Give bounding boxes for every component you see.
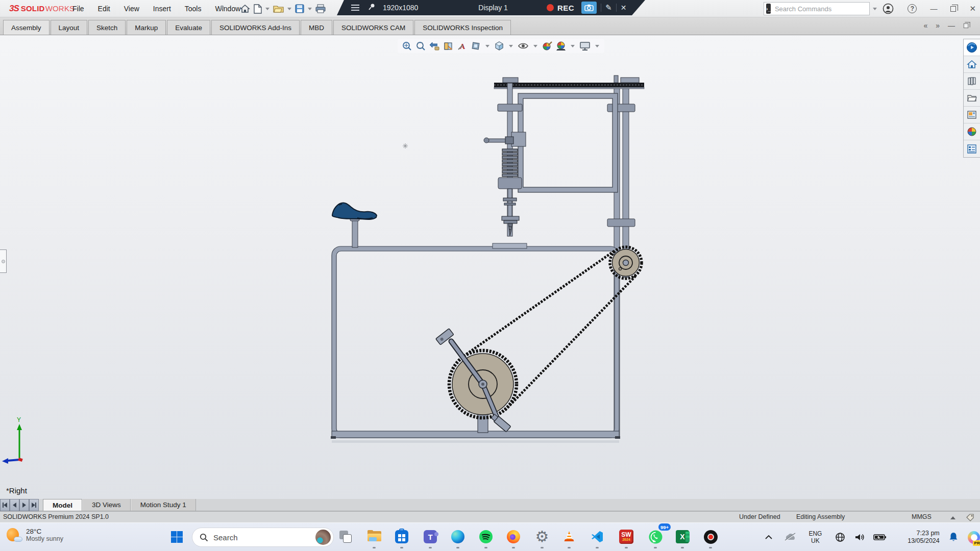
tab-evaluate[interactable]: Evaluate — [167, 20, 210, 35]
recorder-close-icon[interactable]: ✕ — [621, 4, 627, 12]
view-orientation-icon[interactable] — [471, 41, 481, 51]
saddle-seat[interactable] — [332, 203, 377, 247]
menu-view[interactable]: View — [124, 5, 139, 13]
restore-button[interactable] — [950, 6, 956, 12]
featuremanager-collapsed-handle[interactable] — [0, 249, 7, 273]
menu-edit[interactable]: Edit — [98, 5, 110, 13]
zoom-to-fit-icon[interactable] — [402, 41, 412, 51]
hide-show-items-dropdown[interactable] — [533, 45, 537, 47]
zoom-to-area-icon[interactable] — [415, 41, 426, 51]
view-orientation-dropdown[interactable] — [485, 45, 489, 47]
document-minimize-icon[interactable]: — — [948, 21, 955, 30]
display-style-dropdown[interactable] — [509, 45, 513, 47]
language-indicator[interactable]: ENGUK — [808, 530, 822, 544]
recorder-app-button[interactable] — [700, 527, 721, 547]
open-button[interactable] — [272, 2, 285, 15]
notification-bell-icon[interactable] — [948, 532, 959, 543]
scroll-last-button[interactable] — [29, 499, 39, 511]
spotify-button[interactable] — [476, 527, 496, 547]
save-dropdown[interactable] — [308, 8, 312, 10]
tab-layout[interactable]: Layout — [51, 20, 88, 35]
tab-solidworks-addins[interactable]: SOLIDWORKS Add-Ins — [211, 20, 300, 35]
tab-3d-views[interactable]: 3D Views — [82, 499, 131, 511]
search-commands-box[interactable]: ›_ — [764, 2, 870, 15]
edit-appearance-icon[interactable] — [542, 41, 552, 51]
whatsapp-button[interactable]: 99+ — [645, 527, 666, 547]
status-tag-icon[interactable] — [966, 513, 975, 521]
tab-assembly[interactable]: Assembly — [3, 20, 50, 35]
document-restore-icon[interactable] — [964, 23, 968, 28]
firefox-button[interactable] — [503, 527, 524, 547]
file-explorer-icon[interactable] — [964, 90, 980, 107]
section-view-icon[interactable] — [443, 41, 453, 51]
recorder-pin-icon[interactable] — [368, 3, 376, 13]
weather-widget[interactable]: 28°C Mostly sunny — [6, 527, 63, 542]
print-button[interactable] — [314, 2, 327, 15]
start-button[interactable] — [166, 527, 187, 547]
solidworks-app-button[interactable]: SW2024 — [616, 527, 636, 547]
collapse-left-icon[interactable]: « — [923, 21, 927, 30]
recorder-menu-icon[interactable] — [351, 5, 359, 11]
view-settings-icon[interactable] — [579, 41, 591, 51]
menu-file[interactable]: File — [72, 5, 84, 13]
appearances-icon[interactable] — [964, 123, 980, 140]
tab-mbd[interactable]: MBD — [301, 20, 332, 35]
onedrive-icon[interactable] — [783, 533, 796, 542]
home-button[interactable] — [239, 2, 251, 15]
clock[interactable]: 7:23 pm13/05/2024 — [897, 530, 940, 545]
assembly-model[interactable]: Y — [0, 35, 980, 499]
apply-scene-dropdown[interactable] — [571, 45, 575, 47]
home-tab-icon[interactable] — [964, 56, 980, 73]
open-dropdown[interactable] — [287, 8, 291, 10]
hidden-icons-chevron[interactable] — [765, 535, 772, 540]
close-button[interactable]: ✕ — [969, 4, 976, 13]
scroll-next-button[interactable] — [19, 499, 29, 511]
tab-sketch[interactable]: Sketch — [88, 20, 126, 35]
scroll-prev-button[interactable] — [10, 499, 19, 511]
search-commands-input[interactable] — [774, 5, 866, 13]
tab-motion-study-1[interactable]: Motion Study 1 — [131, 499, 196, 511]
tab-markup[interactable]: Markup — [127, 20, 166, 35]
graphics-viewport[interactable]: Y A — [0, 35, 980, 499]
units-selector[interactable]: MMGS — [912, 513, 932, 520]
pedal-lower[interactable] — [491, 413, 511, 432]
display-style-icon[interactable] — [494, 41, 504, 51]
collapse-right-icon[interactable]: » — [936, 21, 940, 30]
new-document-dropdown[interactable] — [265, 8, 270, 10]
edge-button[interactable] — [448, 527, 468, 547]
view-settings-dropdown[interactable] — [595, 45, 599, 47]
microsoft-store-button[interactable] — [391, 527, 412, 547]
screenshot-camera-button[interactable] — [581, 2, 597, 14]
save-button[interactable] — [294, 2, 305, 15]
search-dropdown[interactable] — [873, 8, 877, 10]
task-view-button[interactable] — [335, 527, 356, 547]
minimize-button[interactable]: — — [930, 5, 937, 13]
taskbar-search[interactable]: Search — [192, 528, 334, 547]
menu-insert[interactable]: Insert — [153, 5, 171, 13]
apply-scene-icon[interactable] — [556, 41, 566, 51]
search-highlight-image[interactable] — [315, 530, 331, 545]
file-explorer-button[interactable] — [364, 527, 384, 547]
teams-button[interactable]: T — [420, 527, 440, 547]
copilot-icon[interactable]: PRE — [968, 531, 980, 544]
units-caret-icon[interactable] — [950, 516, 955, 519]
menu-tools[interactable]: Tools — [185, 5, 202, 13]
tab-solidworks-cam[interactable]: SOLIDWORKS CAM — [333, 20, 413, 35]
network-globe-icon[interactable] — [835, 532, 845, 542]
dynamic-annotation-icon[interactable]: A — [457, 41, 467, 51]
hide-show-items-icon[interactable] — [518, 41, 529, 51]
pin-menu-icon[interactable] — [217, 5, 225, 12]
rear-sprocket[interactable] — [612, 249, 640, 277]
new-document-button[interactable] — [253, 2, 263, 15]
annotate-pencil-icon[interactable]: ✎ — [605, 3, 612, 12]
tab-model[interactable]: Model — [43, 499, 82, 511]
excel-button[interactable]: X — [672, 527, 693, 547]
previous-view-icon[interactable] — [429, 41, 439, 51]
tab-solidworks-inspection[interactable]: SOLIDWORKS Inspection — [414, 20, 511, 35]
3dexperience-icon[interactable] — [964, 39, 980, 56]
help-icon[interactable]: ? — [908, 4, 917, 13]
vlc-button[interactable] — [559, 527, 579, 547]
view-palette-icon[interactable] — [964, 107, 980, 123]
vscode-button[interactable] — [587, 527, 607, 547]
rack-bar[interactable] — [494, 76, 644, 89]
